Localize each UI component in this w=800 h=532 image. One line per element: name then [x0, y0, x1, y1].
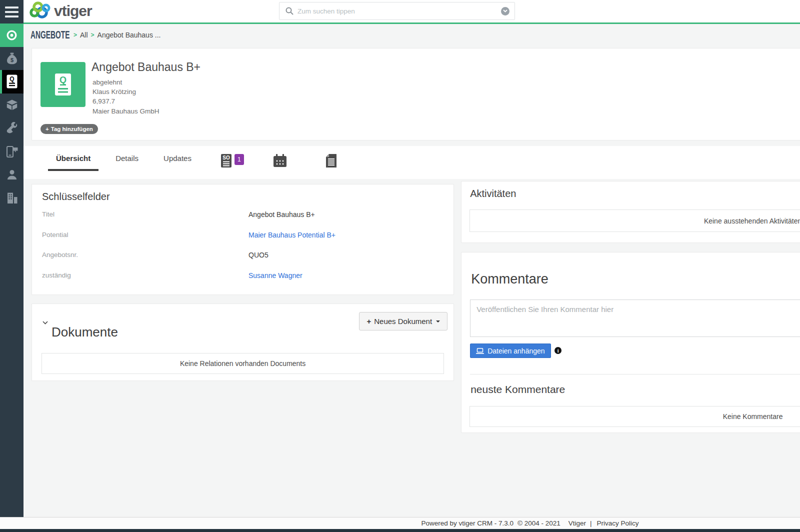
tab-sales-order[interactable]: SO 1 [221, 154, 244, 168]
record-title: Angebot Bauhaus B+ [92, 60, 200, 74]
sidebar-item-services[interactable] [0, 116, 24, 140]
sidebar-item-dashboard[interactable] [0, 24, 24, 47]
field-row-zustaendig: zuständigSusanne Wagner [32, 272, 454, 292]
attach-files-button[interactable]: Dateien anhängen [470, 344, 550, 358]
hamburger-icon [5, 6, 18, 18]
attach-files-label: Dateien anhängen [488, 347, 544, 355]
organization-icon [6, 192, 18, 204]
menu-button[interactable] [0, 0, 24, 24]
footer-separator: | [590, 520, 592, 527]
record-company: Maier Bauhaus GmbH [92, 106, 160, 116]
sales-order-icon: SO [221, 154, 232, 168]
search-input[interactable] [298, 8, 501, 15]
info-icon[interactable]: i [554, 347, 562, 354]
vtiger-logo[interactable]: vtiger [30, 1, 92, 21]
sidebar-item-contacts[interactable] [0, 163, 24, 186]
tab-uebersicht[interactable]: Übersicht [48, 154, 98, 174]
caret-down-icon [436, 320, 440, 322]
svg-text:SO: SO [222, 155, 230, 160]
field-label: Potential [42, 231, 248, 238]
bottom-strip [0, 529, 800, 532]
quote-document-icon: Q [55, 74, 71, 96]
new-document-button[interactable]: Neues Dokument [359, 312, 448, 330]
comments-empty-state: Keine Kommentare [470, 406, 800, 427]
key-fields-panel: Schlüsselfelder TitelAngebot Bauhaus B+ … [32, 184, 454, 295]
footer-privacy-link[interactable]: Privacy Policy [597, 520, 639, 527]
vtiger-app: $ Q [0, 0, 800, 532]
logo-text: vtiger [54, 2, 92, 20]
record-tabs: Übersicht Details Updates SO 1 [24, 146, 800, 179]
record-target-icon [6, 29, 18, 42]
field-value-link[interactable]: Maier Bauhaus Potential B+ [248, 231, 336, 239]
contact-person-icon [6, 169, 18, 180]
record-amount: 6,937.7 [92, 96, 160, 106]
record-contact: Klaus Krötzing [92, 87, 160, 96]
page-content: Q Angebot Bauhaus B+ abgelehnt Klaus Krö… [24, 46, 800, 433]
plus-icon [46, 126, 49, 132]
documents-panel: Dokumente Neues Dokument Keine Relatione… [32, 304, 454, 381]
field-row-potential: PotentialMaier Bauhaus Potential B+ [32, 231, 454, 252]
field-label: Titel [42, 210, 248, 218]
comments-empty-text: Keine Kommentare [723, 412, 783, 420]
field-label: zuständig [42, 272, 248, 279]
right-column: Aktivitäten Keine ausstehenden Aktivität… [461, 181, 800, 433]
tab-updates[interactable]: Updates [156, 154, 200, 174]
svg-text:Q: Q [60, 75, 66, 85]
comments-title: Kommentare [471, 272, 548, 287]
breadcrumb-item-record[interactable]: Angebot Bauhaus ... [98, 31, 161, 39]
documents-empty-state: Keine Relationen vorhanden Documents [42, 353, 444, 374]
sidebar-item-organizations[interactable] [0, 186, 24, 210]
breadcrumb-module[interactable]: ANGEBOTE [30, 28, 70, 42]
attach-screen-icon [476, 348, 484, 354]
footer-powered: Powered by vtiger CRM - 7.3.0 [421, 520, 514, 527]
tab-calendar[interactable] [273, 154, 287, 168]
money-bag-icon: $ [6, 52, 18, 64]
sidebar-item-deals[interactable]: $ [0, 47, 24, 70]
breadcrumb-item-all[interactable]: All [80, 31, 88, 39]
sidebar-item-products[interactable] [0, 94, 24, 117]
activities-title: Aktivitäten [462, 182, 800, 200]
collapse-chevron-icon[interactable] [42, 318, 48, 326]
key-fields-rows: TitelAngebot Bauhaus B+ PotentialMaier B… [32, 210, 454, 292]
field-row-titel: TitelAngebot Bauhaus B+ [32, 210, 454, 231]
documents-empty-text: Keine Relationen vorhanden Documents [180, 360, 306, 368]
comments-panel: Kommentare Dateien anhängen i neuste Kom… [461, 252, 800, 433]
add-tag-button[interactable]: Tag hinzufügen [40, 124, 98, 134]
tab-invoice[interactable] [326, 154, 336, 168]
add-tag-label: Tag hinzufügen [51, 126, 93, 132]
footer-brand[interactable]: Vtiger [568, 520, 586, 527]
record-summary-lines: abgelehnt Klaus Krötzing 6,937.7 Maier B… [92, 78, 160, 116]
app-sidebar: $ Q [0, 0, 24, 517]
tab-icon-group: SO 1 [221, 154, 336, 168]
sales-order-count-badge: 1 [234, 154, 244, 165]
plus-icon [366, 317, 371, 326]
field-row-angebotsnr: Angebotsnr.QUO5 [32, 251, 454, 272]
footer-bar: Powered by vtiger CRM - 7.3.0 © 2004 - 2… [0, 517, 800, 529]
search-scope-toggle[interactable] [501, 7, 510, 16]
field-value: Angebot Bauhaus B+ [248, 210, 315, 218]
main-area: vtiger ANGEBOTE > All > Angebot Bauhaus … [24, 0, 800, 517]
left-column: Schlüsselfelder TitelAngebot Bauhaus B+ … [32, 184, 454, 381]
activities-empty-state: Keine ausstehenden Aktivitäten [470, 210, 800, 232]
comment-input[interactable] [470, 300, 800, 337]
key-fields-title: Schlüsselfelder [32, 184, 454, 202]
quote-document-icon: Q [6, 74, 18, 88]
tab-details[interactable]: Details [108, 154, 146, 174]
quote-module-tile: Q [40, 62, 86, 107]
footer-copyright: © 2004 - 2021 [518, 520, 560, 527]
package-icon [6, 100, 18, 110]
breadcrumb-separator: > [74, 32, 77, 38]
content-columns: Schlüsselfelder TitelAngebot Bauhaus B+ … [32, 181, 800, 433]
phone-message-icon [6, 145, 18, 158]
field-label: Angebotsnr. [42, 251, 248, 258]
search-icon [286, 7, 294, 15]
sidebar-item-campaigns[interactable] [0, 140, 24, 164]
documents-title: Dokumente [52, 324, 118, 340]
sidebar-item-quotes[interactable]: Q [0, 70, 24, 94]
svg-text:Q: Q [10, 76, 14, 82]
record-summary-card: Q Angebot Bauhaus B+ abgelehnt Klaus Krö… [32, 48, 800, 140]
field-value: QUO5 [248, 251, 268, 259]
field-value-link[interactable]: Susanne Wagner [248, 272, 302, 280]
global-search[interactable] [279, 2, 515, 20]
chevron-down-icon [503, 10, 508, 12]
